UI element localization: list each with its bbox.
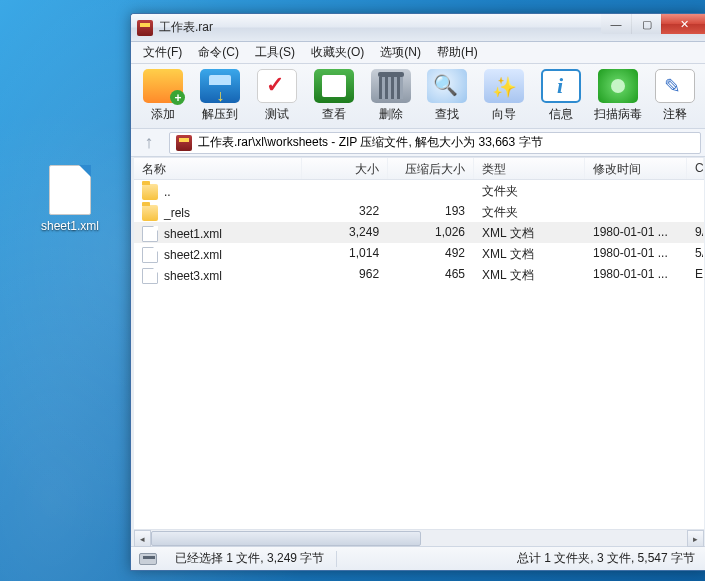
toolbar-view-button[interactable]: 查看 — [305, 67, 362, 126]
test-icon — [257, 69, 297, 103]
scroll-left-button[interactable]: ◂ — [134, 530, 151, 547]
wizard-icon — [484, 69, 524, 103]
row-type: XML 文档 — [474, 243, 585, 264]
folder-icon — [142, 205, 158, 221]
winrar-app-icon — [137, 20, 153, 36]
toolbar-add-label: 添加 — [151, 106, 175, 123]
row-crc — [687, 201, 704, 222]
row-packed: 1,026 — [388, 222, 474, 243]
menu-item-1[interactable]: 命令(C) — [190, 42, 247, 63]
table-row[interactable]: sheet1.xml3,2491,026XML 文档1980-01-01 ...… — [134, 222, 704, 243]
file-icon — [142, 268, 158, 284]
toolbar-delete-label: 删除 — [379, 106, 403, 123]
window-title: 工作表.rar — [159, 19, 213, 36]
desktop-file-label: sheet1.xml — [41, 219, 99, 233]
titlebar[interactable]: 工作表.rar — ▢ ✕ — [131, 14, 705, 42]
status-separator — [336, 551, 337, 567]
toolbar-test-label: 测试 — [265, 106, 289, 123]
menu-item-2[interactable]: 工具(S) — [247, 42, 303, 63]
row-type: 文件夹 — [474, 201, 585, 222]
toolbar-view-label: 查看 — [322, 106, 346, 123]
row-packed: 465 — [388, 264, 474, 285]
toolbar-info-button[interactable]: 信息 — [533, 67, 590, 126]
menu-item-3[interactable]: 收藏夹(O) — [303, 42, 372, 63]
row-mtime — [585, 180, 687, 201]
toolbar-find-button[interactable]: 查找 — [419, 67, 476, 126]
row-crc: 9A — [687, 222, 704, 243]
menubar: 文件(F)命令(C)工具(S)收藏夹(O)选项(N)帮助(H) — [131, 42, 705, 64]
row-size — [302, 180, 388, 201]
scan-icon — [598, 69, 638, 103]
winrar-window: 工作表.rar — ▢ ✕ 文件(F)命令(C)工具(S)收藏夹(O)选项(N)… — [130, 13, 705, 571]
file-icon — [142, 226, 158, 242]
toolbar-add-button[interactable]: 添加 — [135, 67, 192, 126]
add-icon — [143, 69, 183, 103]
up-level-button[interactable]: ↑ — [137, 132, 161, 153]
table-row[interactable]: ..文件夹 — [134, 180, 704, 201]
file-list: 名称 大小 压缩后大小 类型 修改时间 CR ..文件夹_rels322193文… — [134, 157, 704, 529]
col-header-type[interactable]: 类型 — [474, 158, 585, 179]
row-type: 文件夹 — [474, 180, 585, 201]
toolbar-comment-label: 注释 — [663, 106, 687, 123]
address-bar[interactable]: 工作表.rar\xl\worksheets - ZIP 压缩文件, 解包大小为 … — [169, 132, 701, 154]
row-mtime: 1980-01-01 ... — [585, 243, 687, 264]
scroll-right-button[interactable]: ▸ — [687, 530, 704, 547]
row-size: 962 — [302, 264, 388, 285]
find-icon — [427, 69, 467, 103]
file-icon — [142, 247, 158, 263]
row-type: XML 文档 — [474, 264, 585, 285]
delete-icon — [371, 69, 411, 103]
comment-icon — [655, 69, 695, 103]
row-size: 322 — [302, 201, 388, 222]
minimize-button[interactable]: — — [601, 14, 631, 34]
toolbar-extract-button[interactable]: 解压到 — [192, 67, 249, 126]
file-rows: ..文件夹_rels322193文件夹sheet1.xml3,2491,026X… — [134, 180, 704, 529]
toolbar-find-label: 查找 — [435, 106, 459, 123]
view-icon — [314, 69, 354, 103]
row-crc: E0 — [687, 264, 704, 285]
row-packed: 492 — [388, 243, 474, 264]
row-size: 3,249 — [302, 222, 388, 243]
toolbar-scan-button[interactable]: 扫描病毒 — [589, 67, 646, 126]
menu-item-5[interactable]: 帮助(H) — [429, 42, 486, 63]
row-name: sheet2.xml — [164, 248, 222, 262]
menu-item-0[interactable]: 文件(F) — [135, 42, 190, 63]
row-name: sheet1.xml — [164, 227, 222, 241]
col-header-crc[interactable]: CR — [687, 158, 704, 179]
desktop-file-icon[interactable]: sheet1.xml — [35, 165, 105, 233]
row-mtime: 1980-01-01 ... — [585, 222, 687, 243]
toolbar-wizard-label: 向导 — [492, 106, 516, 123]
status-selection: 已经选择 1 文件, 3,249 字节 — [163, 550, 336, 567]
maximize-button[interactable]: ▢ — [631, 14, 661, 34]
row-mtime — [585, 201, 687, 222]
window-controls: — ▢ ✕ — [601, 14, 705, 34]
toolbar-wizard-button[interactable]: 向导 — [476, 67, 533, 126]
table-row[interactable]: sheet2.xml1,014492XML 文档1980-01-01 ...5A — [134, 243, 704, 264]
col-header-size[interactable]: 大小 — [302, 158, 388, 179]
toolbar-delete-button[interactable]: 删除 — [362, 67, 419, 126]
toolbar-extract-label: 解压到 — [202, 106, 238, 123]
info-icon — [541, 69, 581, 103]
row-type: XML 文档 — [474, 222, 585, 243]
status-bar: 已经选择 1 文件, 3,249 字节 总计 1 文件夹, 3 文件, 5,54… — [131, 546, 705, 570]
table-row[interactable]: sheet3.xml962465XML 文档1980-01-01 ...E0 — [134, 264, 704, 285]
horizontal-scrollbar[interactable]: ◂ ▸ — [134, 529, 704, 546]
col-header-name[interactable]: 名称 — [134, 158, 302, 179]
toolbar-info-label: 信息 — [549, 106, 573, 123]
toolbar-test-button[interactable]: 测试 — [249, 67, 306, 126]
file-icon — [49, 165, 91, 215]
menu-item-4[interactable]: 选项(N) — [372, 42, 429, 63]
toolbar: 添加解压到测试查看删除查找向导信息扫描病毒注释 — [131, 64, 705, 129]
address-path: 工作表.rar\xl\worksheets - ZIP 压缩文件, 解包大小为 … — [198, 134, 543, 151]
col-header-packed[interactable]: 压缩后大小 — [388, 158, 474, 179]
status-totals: 总计 1 文件夹, 3 文件, 5,547 字节 — [505, 550, 705, 567]
address-row: ↑ 工作表.rar\xl\worksheets - ZIP 压缩文件, 解包大小… — [131, 129, 705, 157]
toolbar-comment-button[interactable]: 注释 — [646, 67, 703, 126]
col-header-mtime[interactable]: 修改时间 — [585, 158, 687, 179]
scroll-thumb[interactable] — [151, 531, 421, 546]
row-name: .. — [164, 185, 171, 199]
row-packed — [388, 180, 474, 201]
table-row[interactable]: _rels322193文件夹 — [134, 201, 704, 222]
row-name: _rels — [164, 206, 190, 220]
close-button[interactable]: ✕ — [661, 14, 705, 34]
